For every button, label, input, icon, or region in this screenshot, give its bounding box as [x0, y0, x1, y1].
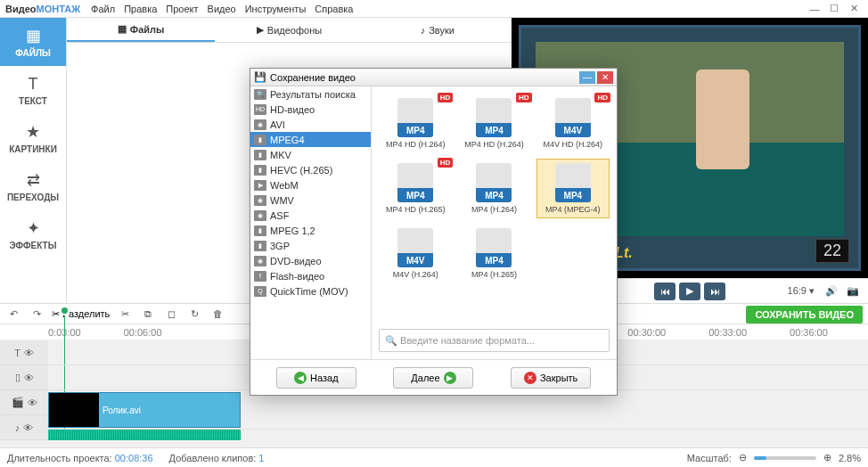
menu-file[interactable]: Файл: [91, 4, 115, 14]
menu-edit[interactable]: Правка: [124, 4, 157, 14]
format-item[interactable]: ◉ASF: [250, 208, 371, 223]
scale-label: Масштаб:: [687, 453, 732, 463]
menu-tools[interactable]: Инструменты: [245, 4, 307, 14]
play-button[interactable]: ▶: [679, 283, 700, 300]
menu-help[interactable]: Справка: [315, 4, 353, 14]
close-button[interactable]: ✕: [845, 3, 863, 15]
format-item[interactable]: ◉AVI: [250, 117, 371, 132]
dialog-titlebar[interactable]: 💾 Сохранение видео — ✕: [250, 69, 617, 86]
track-heads: T 👁 ▯ 👁 🎬 👁 ♪ 👁: [0, 340, 48, 440]
tab-files[interactable]: ▦Файлы: [67, 18, 215, 42]
zoom-out-button[interactable]: ⊖: [739, 452, 747, 463]
cut-button[interactable]: ✂: [117, 308, 133, 320]
redo-button[interactable]: ↷: [29, 308, 45, 320]
back-button[interactable]: ◀Назад: [276, 367, 356, 389]
rail-text[interactable]: TТЕКСТ: [0, 66, 66, 114]
video-counter: 22: [815, 239, 849, 263]
snapshot-icon[interactable]: 📷: [847, 285, 859, 297]
clips-label: Добавлено клипов: 1: [169, 453, 265, 463]
duration-label: Длительность проекта: 00:08:36: [7, 453, 153, 463]
clip-thumb: [49, 393, 99, 427]
dialog-icon: 💾: [254, 71, 266, 83]
search-icon: 🔍: [385, 335, 397, 347]
format-list[interactable]: 🔍Результаты поискаHDHD-видео◉AVI▮MPEG4▮M…: [250, 86, 372, 359]
format-search[interactable]: 🔍 Введите название формата...: [379, 329, 610, 352]
dialog-title: Сохранение видео: [270, 72, 356, 83]
format-item[interactable]: 🔍Результаты поиска: [250, 86, 371, 102]
format-grid: HDMP4MP4 HD (H.264)HDMP4MP4 HD (H.264)HD…: [379, 94, 610, 283]
format-item[interactable]: ▮HEVC (H.265): [250, 162, 371, 177]
rail-effects[interactable]: ✦ЭФФЕКТЫ: [0, 210, 66, 258]
crop-button[interactable]: ⧉: [140, 308, 156, 320]
zoom-slider[interactable]: [754, 456, 816, 460]
close-dialog-button[interactable]: ✕Закрыть: [511, 367, 591, 389]
minimize-button[interactable]: —: [806, 3, 823, 15]
format-item[interactable]: ◉DVD-видео: [250, 253, 371, 268]
window-controls: — ☐ ✕: [806, 3, 863, 15]
tab-sounds[interactable]: ♪Звуки: [364, 18, 512, 42]
format-cell[interactable]: HDMP4MP4 HD (H.264): [379, 94, 452, 153]
dialog-min-button[interactable]: —: [579, 71, 595, 84]
format-cell[interactable]: MP4MP4 (H.265): [457, 224, 530, 283]
format-cell[interactable]: HDMP4MP4 HD (H.265): [379, 159, 452, 218]
rotate-button[interactable]: ↻: [186, 308, 202, 320]
format-item[interactable]: ▮3GP: [250, 238, 371, 253]
save-video-button[interactable]: СОХРАНИТЬ ВИДЕО: [746, 306, 863, 324]
aspect-ratio[interactable]: 16:9 ▾: [788, 285, 815, 297]
format-item[interactable]: ▮MPEG4: [250, 132, 371, 147]
menu-project[interactable]: Проект: [166, 4, 198, 14]
top-tabs: ▦Файлы ▶Видеофоны ♪Звуки: [67, 18, 512, 43]
format-item[interactable]: ▮MPEG 1,2: [250, 223, 371, 238]
video-clip[interactable]: Ролик.avi: [48, 392, 241, 428]
format-item[interactable]: ▮MKV: [250, 147, 371, 162]
menu-video[interactable]: Видео: [208, 4, 236, 14]
format-item[interactable]: HDHD-видео: [250, 102, 371, 117]
square-button[interactable]: ◻: [163, 308, 179, 320]
format-item[interactable]: QQuickTime (MOV): [250, 283, 371, 299]
format-item[interactable]: ▶WebM: [250, 177, 371, 193]
search-placeholder: Введите название формата...: [400, 335, 535, 346]
format-item[interactable]: fFlash-видео: [250, 268, 371, 283]
rail-pictures[interactable]: ★КАРТИНКИ: [0, 114, 66, 162]
format-cell[interactable]: MP4MP4 (H.264): [457, 159, 530, 218]
undo-button[interactable]: ↶: [5, 308, 21, 320]
format-cell[interactable]: M4VM4V (H.264): [379, 224, 452, 283]
track-head-overlay[interactable]: ▯ 👁: [0, 365, 48, 390]
save-dialog: 💾 Сохранение видео — ✕ 🔍Результаты поиск…: [250, 68, 618, 396]
status-bar: Длительность проекта: 00:08:36 Добавлено…: [0, 447, 868, 467]
prev-button[interactable]: ⏮: [654, 283, 676, 300]
zoom-in-button[interactable]: ⊕: [823, 452, 831, 463]
next-button[interactable]: Далее▶: [393, 367, 473, 389]
maximize-button[interactable]: ☐: [825, 3, 843, 15]
menubar: Файл Правка Проект Видео Инструменты Спр…: [91, 4, 353, 14]
tab-videobg[interactable]: ▶Видеофоны: [215, 18, 363, 42]
clip-label: Ролик.avi: [102, 406, 141, 415]
dialog-close-button[interactable]: ✕: [597, 71, 613, 84]
delete-button[interactable]: 🗑: [209, 308, 225, 319]
format-cell[interactable]: HDMP4MP4 HD (H.264): [457, 94, 530, 153]
titlebar: ВидеоМОНТАЖ Файл Правка Проект Видео Инс…: [0, 0, 868, 18]
format-cell[interactable]: HDM4VM4V HD (H.264): [536, 94, 610, 153]
rail-transitions[interactable]: ⇄ПЕРЕХОДЫ: [0, 162, 66, 210]
left-rail: ▦ФАЙЛЫ TТЕКСТ ★КАРТИНКИ ⇄ПЕРЕХОДЫ ✦ЭФФЕК…: [0, 18, 67, 303]
track-head-audio[interactable]: ♪ 👁: [0, 415, 48, 440]
next-button[interactable]: ⏭: [704, 283, 725, 300]
dialog-footer: ◀Назад Далее▶ ✕Закрыть: [250, 359, 617, 395]
format-cell[interactable]: MP4MP4 (MPEG-4): [536, 159, 610, 218]
volume-icon[interactable]: 🔊: [825, 285, 838, 297]
format-item[interactable]: ◉WMV: [250, 193, 371, 208]
track-head-video[interactable]: 🎬 👁: [0, 390, 48, 415]
track-head-text[interactable]: T 👁: [0, 340, 48, 365]
scale-value: 2.8%: [839, 453, 861, 463]
rail-files[interactable]: ▦ФАЙЛЫ: [0, 18, 66, 66]
app-logo: ВидеоМОНТАЖ: [5, 4, 80, 14]
